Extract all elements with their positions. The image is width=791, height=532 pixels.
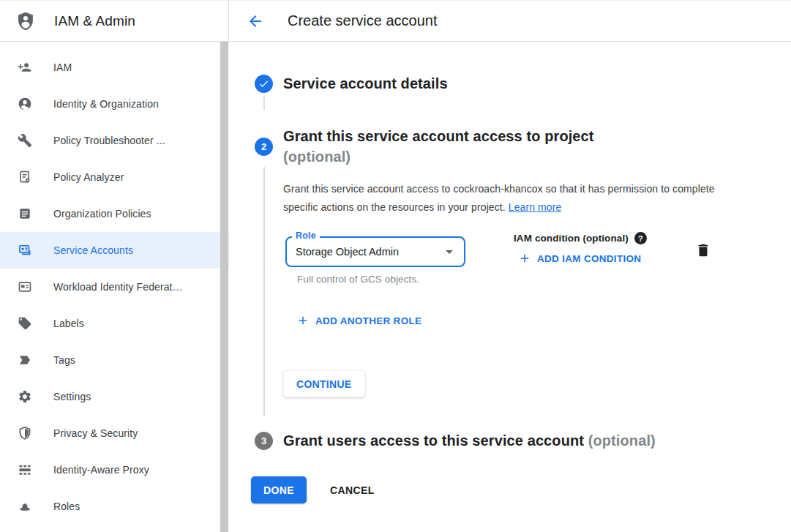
plus-icon <box>296 314 310 327</box>
iam-shield-icon <box>15 10 36 33</box>
top-header: IAM & Admin Create service account <box>0 0 791 42</box>
person-add-icon <box>18 60 32 75</box>
step-2-header: 2 Grant this service account access to p… <box>255 126 791 167</box>
sidebar-item-label: Policy Analyzer <box>53 171 124 183</box>
step-2-optional-label: (optional) <box>283 146 649 167</box>
step-3-optional-label: (optional) <box>588 432 656 449</box>
sidebar-item-tags[interactable]: Tags <box>0 342 229 378</box>
sidebar-item-service-accounts[interactable]: Service Accounts <box>0 232 229 269</box>
chevron-down-icon <box>441 243 458 261</box>
sidebar-item-privacy-security[interactable]: Privacy & Security <box>0 415 229 452</box>
step-3-badge: 3 <box>255 432 273 450</box>
account-circle-icon <box>18 97 32 111</box>
delete-role-icon[interactable] <box>695 242 711 258</box>
add-iam-condition-button[interactable]: ADD IAM CONDITION <box>518 252 667 265</box>
card-icon <box>18 280 32 294</box>
continue-button[interactable]: CONTINUE <box>283 370 365 397</box>
label-tag-icon <box>18 316 32 331</box>
sidebar-item-label: Service Accounts <box>53 244 133 256</box>
stepper-line <box>263 97 265 110</box>
sidebar-item-label: Tags <box>53 354 75 366</box>
step-3-title: Grant users access to this service accou… <box>283 430 791 451</box>
product-title: IAM & Admin <box>54 13 135 29</box>
sidebar-item-label: Settings <box>53 391 91 402</box>
sidebar-scrollbar <box>220 42 228 532</box>
wrench-icon <box>18 133 32 148</box>
sidebar-item-identity-organization[interactable]: Identity & Organization <box>0 86 229 122</box>
learn-more-link[interactable]: Learn more <box>509 201 562 213</box>
sidebar-item-label: Identity-Aware Proxy <box>53 464 149 476</box>
sidebar-item-label: Privacy & Security <box>53 427 138 439</box>
step-3-title-text: Grant users access to this service accou… <box>283 432 588 449</box>
step-1-header: Service account details <box>255 73 791 94</box>
page-title: Create service account <box>288 12 438 29</box>
role-dropdown[interactable]: Storage Object Admin <box>285 236 465 267</box>
sidebar-item-label: Roles <box>53 501 80 512</box>
create-service-account-form: Service account details 2 Grant this ser… <box>229 42 791 532</box>
back-arrow-icon[interactable] <box>247 12 264 30</box>
role-field-label: Role <box>292 231 320 241</box>
sidebar-item-label: Identity & Organization <box>53 98 159 110</box>
sidebar-item-iam[interactable]: IAM <box>0 49 229 86</box>
step-1-complete-badge <box>255 75 273 93</box>
sidebar-item-policy-troubleshooter[interactable]: Policy Troubleshooter ... <box>0 122 229 159</box>
sidebar-item-labels[interactable]: Labels <box>0 305 229 342</box>
role-field: Storage Object Admin Role Full control o… <box>285 236 465 285</box>
gear-icon <box>18 389 32 404</box>
policy-analyzer-icon <box>18 170 32 184</box>
stepper-connector <box>255 94 791 113</box>
sidebar-item-identity-aware-proxy[interactable]: Identity-Aware Proxy <box>0 452 229 488</box>
iam-condition-block: IAM condition (optional) ? ADD IAM CONDI… <box>514 232 667 265</box>
done-button[interactable]: DONE <box>251 476 307 503</box>
step-2-description: Grant this service account access to coc… <box>283 180 716 217</box>
sidebar-item-organization-policies[interactable]: Organization Policies <box>0 195 229 232</box>
service-account-icon <box>18 243 32 258</box>
sidebar-item-roles[interactable]: Roles <box>0 488 229 525</box>
sidebar-item-workload-identity-federation[interactable]: Workload Identity Federat… <box>0 269 229 305</box>
cancel-button[interactable]: CANCEL <box>330 484 375 496</box>
iam-condition-label: IAM condition (optional) <box>514 233 629 244</box>
hat-icon <box>18 499 32 514</box>
sidebar-item-label: IAM <box>53 61 72 73</box>
page-header: Create service account <box>229 1 791 41</box>
sidebar-item-settings[interactable]: Settings <box>0 378 229 415</box>
add-another-role-button[interactable]: ADD ANOTHER ROLE <box>296 314 791 327</box>
sidebar-item-label: Organization Policies <box>53 208 151 220</box>
step-2-title: Grant this service account access to pro… <box>283 126 649 146</box>
sidebar-item-label: Labels <box>53 318 84 329</box>
add-another-role-label: ADD ANOTHER ROLE <box>315 315 421 326</box>
step-1-title: Service account details <box>283 73 791 94</box>
shield-icon <box>18 426 32 441</box>
sidebar-scrollbar-thumb[interactable] <box>220 42 228 532</box>
step-2-badge: 2 <box>255 138 273 156</box>
sidebar-item-label: Policy Troubleshooter ... <box>53 135 165 146</box>
document-lines-icon <box>18 206 32 221</box>
proxy-rows-icon <box>18 462 32 477</box>
sidebar: IAM Identity & Organization Policy Troub… <box>0 42 229 532</box>
step-3-header: 3 Grant users access to this service acc… <box>255 430 791 451</box>
tag-arrow-icon <box>18 353 32 367</box>
sidebar-item-policy-analyzer[interactable]: Policy Analyzer <box>0 159 229 195</box>
step-2-body: Grant this service account access to coc… <box>255 167 791 416</box>
stepper-line <box>263 167 265 416</box>
sidebar-item-label: Workload Identity Federat… <box>53 281 183 293</box>
description-text: Grant this service account access to coc… <box>283 183 715 213</box>
add-iam-condition-label: ADD IAM CONDITION <box>537 253 641 264</box>
help-icon[interactable]: ? <box>634 232 647 244</box>
role-helper-text: Full control of GCS objects. <box>297 274 465 285</box>
plus-icon <box>518 252 531 265</box>
role-selected-value: Storage Object Admin <box>296 246 399 258</box>
iam-admin-app: IAM & Admin Create service account IAM <box>0 0 791 532</box>
check-icon <box>258 78 269 89</box>
role-row: Storage Object Admin Role Full control o… <box>283 236 791 285</box>
form-footer: DONE CANCEL <box>251 476 791 503</box>
product-header: IAM & Admin <box>0 1 229 41</box>
